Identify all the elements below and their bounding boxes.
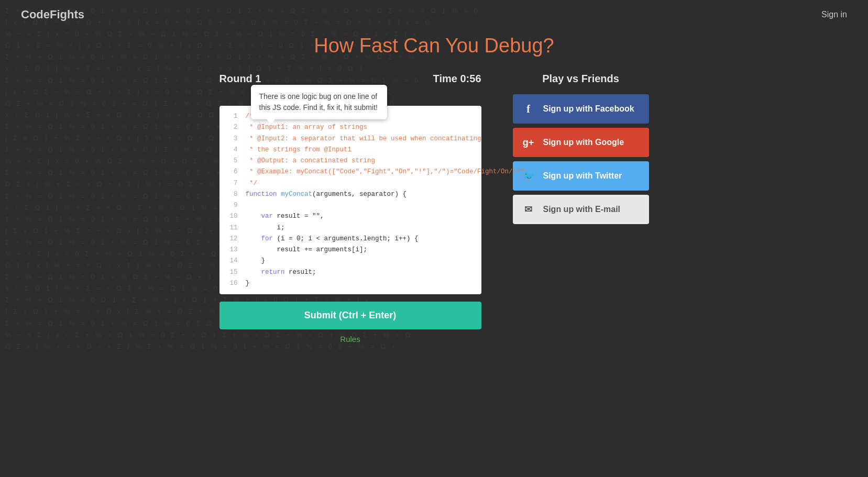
signin-link[interactable]: Sign in [821, 10, 847, 19]
facebook-icon: f [521, 102, 536, 116]
main-title-part1: How Fast Can You [314, 35, 484, 57]
code-line-16: 16 } [219, 278, 481, 289]
code-line-12: 12 for (i = 0; i < arguments.length; i++… [219, 234, 481, 245]
main-title-part2: Debug? [485, 35, 554, 57]
code-line-4: 4 * the strings from @Input1 [219, 145, 481, 156]
code-editor[interactable]: 1 /** 2 * @Input1: an array of strings 3… [219, 106, 481, 294]
signup-email-button[interactable]: ✉ Sign up with E-mail [513, 195, 649, 224]
tooltip-box: There is one logic bug on one line of th… [251, 85, 387, 119]
code-line-10: 10 var result = "", [219, 211, 481, 222]
google-icon: g+ [521, 135, 536, 150]
signup-twitter-label: Sign up with Twitter [543, 171, 622, 181]
code-line-7: 7 */ [219, 178, 481, 189]
header: CodeFights Sign in [0, 0, 868, 29]
code-line-14: 14 } [219, 256, 481, 267]
left-panel: Round 1 Time 0:56 There is one logic bug… [219, 73, 481, 343]
email-icon: ✉ [521, 202, 536, 217]
submit-button[interactable]: Submit (Ctrl + Enter) [219, 302, 481, 329]
code-line-15: 15 return result; [219, 267, 481, 278]
tooltip-text: There is one logic bug on one line of th… [259, 92, 378, 112]
round-label: Round 1 [219, 73, 261, 85]
logo-suffix: Fights [50, 8, 84, 21]
main-title: How Fast Can You Debug? [0, 35, 868, 57]
signup-email-label: Sign up with E-mail [543, 205, 621, 214]
signup-facebook-button[interactable]: f Sign up with Facebook [513, 94, 649, 124]
code-line-11: 11 i; [219, 223, 481, 234]
signup-facebook-label: Sign up with Facebook [543, 104, 634, 114]
play-friends-title: Play vs Friends [513, 73, 649, 85]
logo-prefix: Code [21, 8, 50, 21]
rules-link[interactable]: Rules [219, 335, 481, 343]
code-line-3: 3 * @Input2: a separator that will be us… [219, 134, 481, 145]
signup-google-label: Sign up with Google [543, 138, 624, 147]
right-panel: Play vs Friends f Sign up with Facebook … [513, 73, 649, 343]
code-line-6: 6 * @Example: myConcat(["Code","Fight","… [219, 167, 481, 178]
signup-twitter-button[interactable]: 🐦 Sign up with Twitter [513, 161, 649, 191]
code-line-13: 13 result += arguments[i]; [219, 245, 481, 256]
timer-label: Time 0:56 [433, 73, 481, 85]
main-layout: Round 1 Time 0:56 There is one logic bug… [0, 73, 868, 343]
code-line-9: 9 [219, 200, 481, 211]
logo: CodeFights [21, 8, 84, 21]
signup-google-button[interactable]: g+ Sign up with Google [513, 128, 649, 157]
code-line-2: 2 * @Input1: an array of strings [219, 122, 481, 133]
code-line-8: 8 function myConcat(arguments, separator… [219, 189, 481, 200]
code-line-5: 5 * @Output: a concatinated string [219, 156, 481, 167]
round-timer-row: Round 1 Time 0:56 [219, 73, 481, 85]
